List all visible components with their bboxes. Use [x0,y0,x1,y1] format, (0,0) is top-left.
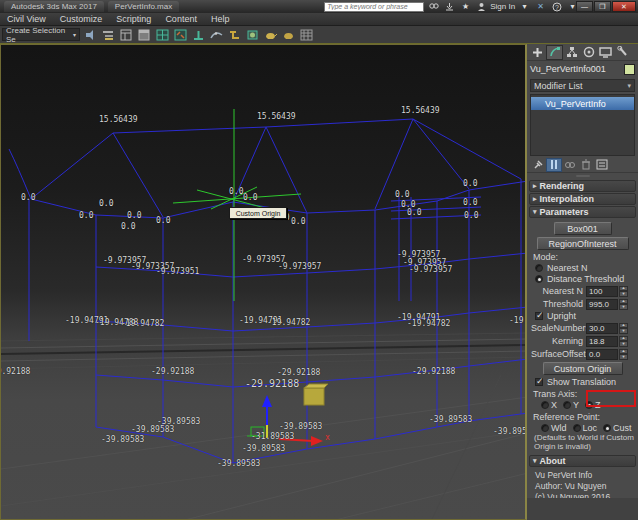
display-tab-icon[interactable] [597,45,614,60]
material-editor-icon[interactable] [244,27,260,42]
nearest-n-value[interactable]: 100 [586,286,618,297]
vertex-number-label: 0.0 [229,187,243,196]
communication-center-icon[interactable]: ✕ [534,1,547,12]
interpolation-rollout-label: Interpolation [540,194,595,204]
spinner-arrows[interactable]: ▲▼ [619,336,628,347]
ref-wld-radio[interactable] [541,424,549,432]
show-translation-checkbox[interactable]: Show Translation [535,377,634,387]
vertex-number-label: 0.0 [156,216,170,225]
title-bar: Autodesk 3ds Max 2017 PerVertInfo.max ★ … [0,0,638,13]
kerning-value[interactable]: 18.8 [586,336,618,347]
help-icon[interactable]: ? [550,1,563,12]
vertex-number-label: -19.9 [509,316,527,325]
command-panel: Vu_PerVertInfo001 Modifier List ▾ Vu_Per… [527,44,638,520]
menu-civil-view[interactable]: Civil View [0,14,53,24]
utilities-tab-icon[interactable] [614,45,631,60]
nearest-n-label: Nearest N [531,286,586,296]
close-button[interactable]: ✕ [612,1,636,12]
svg-text:?: ? [555,4,559,11]
spinner-arrows[interactable]: ▲▼ [619,323,628,334]
vertex-number-label: 0.0 [291,217,305,226]
search-input[interactable] [324,2,424,12]
named-selection-set-combo[interactable]: Create Selection Se ▾ [2,28,80,41]
axis-y-radio[interactable] [563,401,571,409]
sign-in-link[interactable]: Sign In [490,2,515,11]
create-tab-icon[interactable] [529,45,546,60]
modifier-stack-selected-item[interactable]: Vu_PerVertInfo [531,97,634,110]
red-annotation-box [586,390,636,407]
display-floater-icon[interactable] [136,27,152,42]
spinner-arrows[interactable]: ▲▼ [619,286,628,297]
spinner-arrows[interactable]: ▲▼ [619,299,628,310]
menu-customize[interactable]: Customize [53,14,110,24]
scale-numbers-value[interactable]: 30.0 [586,323,618,334]
vertex-number-label: -39.89583 [242,444,285,453]
schematic-view-icon[interactable] [226,27,242,42]
parameters-rollout-header[interactable]: ▾ Parameters [529,206,636,218]
pick-node-button[interactable]: Box001 [554,222,612,235]
rollout-parameters: ▾ Parameters Box001 RegionOfInterest Mod… [529,206,636,454]
render-setup-icon[interactable] [262,27,278,42]
about-rollout-header[interactable]: ▾ About [529,455,636,467]
toolbox-grid-icon[interactable] [118,27,134,42]
region-of-interest-button[interactable]: RegionOfInterest [537,237,629,250]
ref-loc-radio[interactable] [573,424,581,432]
object-name-field[interactable]: Vu_PerVertInfo001 [530,64,624,74]
panel-splitter[interactable] [527,173,638,179]
workspace-dropdown-icon[interactable]: ▾ [518,1,531,12]
menu-help[interactable]: Help [204,14,237,24]
rollout-interpolation: ▸ Interpolation [529,193,636,205]
distance-threshold-radio[interactable]: Distance Threshold [535,274,634,284]
edit-named-selections-icon[interactable] [82,27,98,42]
command-panel-tabs [527,44,638,61]
user-icon[interactable] [475,1,488,12]
render-production-icon[interactable] [298,27,314,42]
nearest-n-radio[interactable]: Nearest N [535,263,634,273]
menu-content[interactable]: Content [158,14,204,24]
spinner-arrows[interactable]: ▲▼ [619,349,628,360]
modifier-stack[interactable]: Vu_PerVertInfo [530,94,635,156]
nearest-n-radio-label: Nearest N [547,263,588,273]
vertex-number-label: -9.973951 [156,267,199,276]
perspective-viewport[interactable]: 15.5643915.5643915.564390.00.00.00.00.00… [0,44,527,520]
hierarchy-tab-icon[interactable] [563,45,580,60]
custom-origin-button[interactable]: Custom Origin [543,362,623,375]
favorites-star-icon[interactable]: ★ [459,1,472,12]
modify-tab-icon[interactable] [546,45,563,60]
search-icon[interactable] [427,1,440,12]
motion-tab-icon[interactable] [580,45,597,60]
file-title: PerVertInfo.max [108,1,179,12]
show-end-result-icon[interactable] [546,158,562,172]
maximize-button[interactable]: ❐ [594,1,611,12]
threshold-value[interactable]: 995.0 [586,299,618,310]
pin-stack-icon[interactable] [530,158,546,172]
note-line-1: (Defaults to World if Custom [534,433,634,442]
menu-scripting[interactable]: Scripting [109,14,158,24]
mode-label: Mode: [533,252,634,262]
rendering-rollout-header[interactable]: ▸ Rendering [529,180,636,192]
vertex-number-label: 0.0 [243,193,257,202]
layer-explorer-icon[interactable] [100,27,116,42]
mirror-icon[interactable] [172,27,188,42]
remove-modifier-icon[interactable] [578,158,594,172]
rendered-frame-icon[interactable] [280,27,296,42]
modifier-list-dropdown[interactable]: Modifier List ▾ [530,79,635,92]
vertex-number-label: -19.94782 [121,319,164,328]
vertex-number-label: 0.0 [79,211,93,220]
curve-editor-icon[interactable] [208,27,224,42]
object-color-swatch[interactable] [624,64,635,75]
make-unique-icon[interactable] [562,158,578,172]
upright-checkbox[interactable]: Upright [535,311,634,321]
download-icon[interactable] [443,1,456,12]
vertex-number-label: -19.94782 [267,318,310,327]
about-rollout-label: About [540,456,566,466]
configure-modifier-sets-icon[interactable] [594,158,610,172]
surface-offset-value[interactable]: 0.0 [586,349,618,360]
ref-cust-radio[interactable] [603,424,611,432]
interpolation-rollout-header[interactable]: ▸ Interpolation [529,193,636,205]
align-icon[interactable] [190,27,206,42]
viewport-layout-icon[interactable] [154,27,170,42]
distance-threshold-radio-label: Distance Threshold [547,274,624,284]
axis-x-radio[interactable] [541,401,549,409]
minimize-button[interactable]: — [576,1,593,12]
